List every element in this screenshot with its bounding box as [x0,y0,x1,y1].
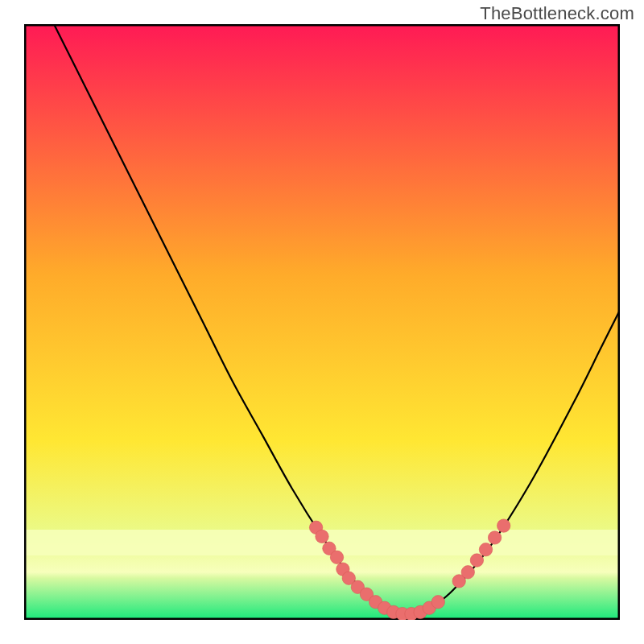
threshold-marker [497,519,510,532]
watermark-text: TheBottleneck.com [480,3,634,24]
threshold-marker [479,543,492,556]
threshold-marker [316,530,328,543]
chart-svg [24,24,620,620]
chart-stage: TheBottleneck.com [0,0,644,644]
threshold-marker [330,551,343,564]
threshold-marker [461,566,474,579]
plot-area [24,24,620,620]
threshold-marker [488,531,501,544]
threshold-marker [431,596,444,609]
threshold-marker [470,554,483,567]
